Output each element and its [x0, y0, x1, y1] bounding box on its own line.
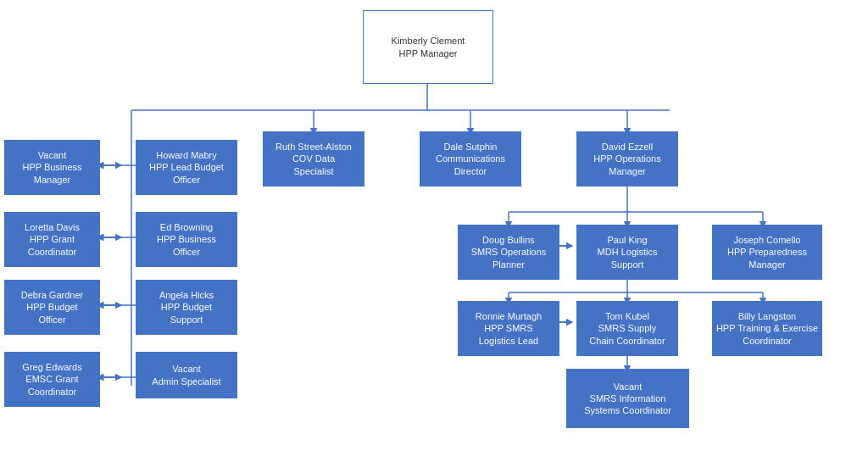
node-doug: Doug Bullins SMRS Operations Planner: [458, 225, 559, 280]
node-angela-label: Angela Hicks HPP Budget Support: [159, 289, 214, 326]
node-vacant-si: Vacant SMRS Information Systems Coordina…: [566, 369, 689, 428]
node-vacant-bm-label: Vacant HPP Business Manager: [22, 149, 81, 186]
node-ruth-label: Ruth Street-Alston COV Data Specialist: [275, 141, 352, 177]
node-joseph-label: Joseph Comello HPP Preparedness Manager: [727, 234, 807, 270]
node-greg-label: Greg Edwards EMSC Grant Coordinator: [22, 361, 81, 398]
node-howard: Howard Mabry HPP Lead Budget Officer: [136, 140, 237, 195]
node-billy-label: Billy Langston HPP Training & Exercise C…: [716, 310, 818, 347]
node-root-label: Kimberly Clement HPP Manager: [392, 35, 465, 59]
node-david-label: David Ezzell HPP Operations Manager: [593, 141, 660, 177]
node-paul-label: Paul King MDH Logistics Support: [598, 234, 658, 270]
node-angela: Angela Hicks HPP Budget Support: [136, 280, 237, 335]
node-ronnie: Ronnie Murtagh HPP SMRS Logistics Lead: [458, 301, 559, 356]
node-doug-label: Doug Bullins SMRS Operations Planner: [471, 234, 547, 270]
node-ronnie-label: Ronnie Murtagh HPP SMRS Logistics Lead: [476, 310, 542, 347]
node-dale: Dale Sutphin Communications Director: [420, 131, 521, 186]
node-loretta-label: Loretta Davis HPP Grant Coordinator: [25, 221, 80, 258]
node-greg: Greg Edwards EMSC Grant Coordinator: [4, 352, 100, 407]
node-vacant-bm: Vacant HPP Business Manager: [4, 140, 100, 195]
node-ruth: Ruth Street-Alston COV Data Specialist: [263, 131, 364, 186]
node-ed: Ed Browning HPP Business Officer: [136, 212, 237, 267]
node-ed-label: Ed Browning HPP Business Officer: [157, 221, 216, 258]
node-vacant-as: Vacant Admin Specialist: [136, 352, 237, 398]
node-tom: Tom Kubel SMRS Supply Chain Coordinator: [576, 301, 678, 356]
node-dale-label: Dale Sutphin Communications Director: [436, 141, 505, 177]
node-root: Kimberly Clement HPP Manager: [363, 10, 493, 84]
org-chart: Kimberly Clement HPP Manager Ruth Street…: [0, 0, 868, 462]
node-vacant-as-label: Vacant Admin Specialist: [152, 363, 220, 387]
node-debra-label: Debra Gardner HPP Budget Officer: [21, 289, 83, 326]
node-david: David Ezzell HPP Operations Manager: [576, 131, 678, 186]
node-tom-label: Tom Kubel SMRS Supply Chain Coordinator: [589, 310, 665, 347]
node-paul: Paul King MDH Logistics Support: [576, 225, 678, 280]
node-debra: Debra Gardner HPP Budget Officer: [4, 280, 100, 335]
node-joseph: Joseph Comello HPP Preparedness Manager: [712, 225, 822, 280]
node-loretta: Loretta Davis HPP Grant Coordinator: [4, 212, 100, 267]
node-vacant-si-label: Vacant SMRS Information Systems Coordina…: [584, 381, 671, 417]
node-billy: Billy Langston HPP Training & Exercise C…: [712, 301, 822, 356]
node-howard-label: Howard Mabry HPP Lead Budget Officer: [149, 149, 224, 186]
